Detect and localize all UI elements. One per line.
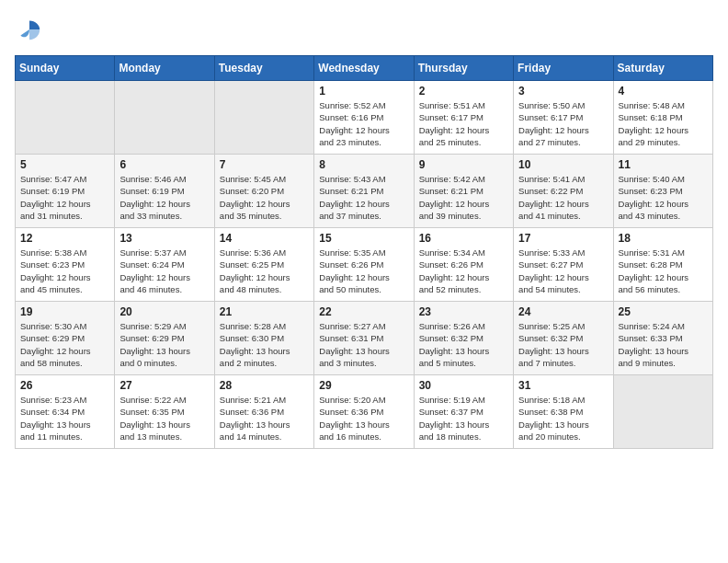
calendar-cell: 23Sunrise: 5:26 AM Sunset: 6:32 PM Dayli… [414, 302, 513, 375]
day-number: 13 [119, 232, 209, 245]
calendar-cell: 4Sunrise: 5:48 AM Sunset: 6:18 PM Daylig… [613, 81, 712, 155]
calendar-cell: 18Sunrise: 5:31 AM Sunset: 6:28 PM Dayli… [613, 228, 712, 302]
calendar-cell: 9Sunrise: 5:42 AM Sunset: 6:21 PM Daylig… [414, 155, 513, 228]
day-number: 18 [619, 232, 708, 245]
calendar-cell: 1Sunrise: 5:52 AM Sunset: 6:16 PM Daylig… [314, 81, 414, 155]
day-number: 23 [419, 305, 508, 318]
calendar-cell [214, 81, 313, 155]
calendar-cell: 15Sunrise: 5:35 AM Sunset: 6:26 PM Dayli… [314, 228, 414, 302]
day-info: Sunrise: 5:52 AM Sunset: 6:16 PM Dayligh… [319, 99, 408, 148]
calendar-cell [16, 81, 115, 155]
day-info: Sunrise: 5:48 AM Sunset: 6:18 PM Dayligh… [619, 99, 708, 148]
logo [15, 15, 48, 44]
day-info: Sunrise: 5:21 AM Sunset: 6:36 PM Dayligh… [220, 394, 309, 442]
day-info: Sunrise: 5:43 AM Sunset: 6:21 PM Dayligh… [319, 173, 408, 222]
calendar-cell: 11Sunrise: 5:40 AM Sunset: 6:23 PM Dayli… [613, 155, 712, 228]
day-number: 16 [419, 232, 508, 245]
day-info: Sunrise: 5:22 AM Sunset: 6:35 PM Dayligh… [119, 394, 209, 442]
calendar-cell: 21Sunrise: 5:28 AM Sunset: 6:30 PM Dayli… [214, 302, 313, 375]
calendar-cell: 16Sunrise: 5:34 AM Sunset: 6:26 PM Dayli… [414, 228, 513, 302]
day-number: 29 [319, 379, 408, 392]
day-info: Sunrise: 5:33 AM Sunset: 6:27 PM Dayligh… [518, 247, 608, 295]
day-number: 26 [20, 379, 109, 392]
day-info: Sunrise: 5:27 AM Sunset: 6:31 PM Dayligh… [319, 320, 408, 369]
day-number: 4 [619, 85, 708, 98]
day-number: 7 [220, 158, 309, 171]
day-info: Sunrise: 5:18 AM Sunset: 6:38 PM Dayligh… [518, 394, 608, 442]
day-info: Sunrise: 5:31 AM Sunset: 6:28 PM Dayligh… [619, 247, 708, 295]
day-info: Sunrise: 5:46 AM Sunset: 6:19 PM Dayligh… [119, 173, 209, 222]
day-info: Sunrise: 5:50 AM Sunset: 6:17 PM Dayligh… [518, 99, 608, 148]
day-info: Sunrise: 5:36 AM Sunset: 6:25 PM Dayligh… [220, 247, 309, 295]
weekday-header-sunday: Sunday [16, 56, 115, 81]
day-info: Sunrise: 5:20 AM Sunset: 6:36 PM Dayligh… [319, 394, 408, 442]
day-info: Sunrise: 5:23 AM Sunset: 6:34 PM Dayligh… [20, 394, 109, 442]
day-info: Sunrise: 5:40 AM Sunset: 6:23 PM Dayligh… [619, 173, 708, 222]
weekday-header-saturday: Saturday [613, 56, 712, 81]
day-number: 28 [220, 379, 309, 392]
day-number: 25 [619, 305, 708, 318]
day-number: 21 [220, 305, 309, 318]
calendar-week-row: 1Sunrise: 5:52 AM Sunset: 6:16 PM Daylig… [16, 81, 713, 155]
weekday-header-friday: Friday [514, 56, 613, 81]
calendar-cell: 24Sunrise: 5:25 AM Sunset: 6:32 PM Dayli… [514, 302, 613, 375]
day-number: 17 [518, 232, 608, 245]
calendar-cell: 28Sunrise: 5:21 AM Sunset: 6:36 PM Dayli… [214, 375, 313, 449]
calendar-cell: 20Sunrise: 5:29 AM Sunset: 6:29 PM Dayli… [115, 302, 214, 375]
calendar-cell: 5Sunrise: 5:47 AM Sunset: 6:19 PM Daylig… [16, 155, 115, 228]
day-number: 22 [319, 305, 408, 318]
calendar-cell: 13Sunrise: 5:37 AM Sunset: 6:24 PM Dayli… [115, 228, 214, 302]
weekday-header-wednesday: Wednesday [314, 56, 414, 81]
calendar-cell: 6Sunrise: 5:46 AM Sunset: 6:19 PM Daylig… [115, 155, 214, 228]
calendar-cell: 12Sunrise: 5:38 AM Sunset: 6:23 PM Dayli… [16, 228, 115, 302]
day-info: Sunrise: 5:45 AM Sunset: 6:20 PM Dayligh… [220, 173, 309, 222]
calendar-cell: 26Sunrise: 5:23 AM Sunset: 6:34 PM Dayli… [16, 375, 115, 449]
day-info: Sunrise: 5:35 AM Sunset: 6:26 PM Dayligh… [319, 247, 408, 295]
header [15, 15, 713, 44]
calendar-cell: 8Sunrise: 5:43 AM Sunset: 6:21 PM Daylig… [314, 155, 414, 228]
day-info: Sunrise: 5:28 AM Sunset: 6:30 PM Dayligh… [220, 320, 309, 369]
day-number: 31 [518, 379, 608, 392]
day-number: 2 [419, 85, 508, 98]
day-number: 30 [419, 379, 508, 392]
calendar-week-row: 26Sunrise: 5:23 AM Sunset: 6:34 PM Dayli… [16, 375, 713, 449]
calendar-cell: 2Sunrise: 5:51 AM Sunset: 6:17 PM Daylig… [414, 81, 513, 155]
weekday-header-row: SundayMondayTuesdayWednesdayThursdayFrid… [16, 56, 713, 81]
day-number: 11 [619, 158, 708, 171]
day-info: Sunrise: 5:41 AM Sunset: 6:22 PM Dayligh… [518, 173, 608, 222]
day-number: 12 [20, 232, 109, 245]
logo-icon [15, 15, 44, 44]
calendar-cell: 7Sunrise: 5:45 AM Sunset: 6:20 PM Daylig… [214, 155, 313, 228]
calendar-cell: 14Sunrise: 5:36 AM Sunset: 6:25 PM Dayli… [214, 228, 313, 302]
calendar-cell [115, 81, 214, 155]
day-info: Sunrise: 5:24 AM Sunset: 6:33 PM Dayligh… [619, 320, 708, 369]
weekday-header-monday: Monday [115, 56, 214, 81]
day-info: Sunrise: 5:29 AM Sunset: 6:29 PM Dayligh… [119, 320, 209, 369]
day-info: Sunrise: 5:19 AM Sunset: 6:37 PM Dayligh… [419, 394, 508, 442]
calendar-cell: 27Sunrise: 5:22 AM Sunset: 6:35 PM Dayli… [115, 375, 214, 449]
day-info: Sunrise: 5:38 AM Sunset: 6:23 PM Dayligh… [20, 247, 109, 295]
day-number: 20 [119, 305, 209, 318]
calendar-cell: 17Sunrise: 5:33 AM Sunset: 6:27 PM Dayli… [514, 228, 613, 302]
calendar-week-row: 12Sunrise: 5:38 AM Sunset: 6:23 PM Dayli… [16, 228, 713, 302]
day-number: 1 [319, 85, 408, 98]
calendar-cell: 10Sunrise: 5:41 AM Sunset: 6:22 PM Dayli… [514, 155, 613, 228]
day-number: 27 [119, 379, 209, 392]
day-number: 19 [20, 305, 109, 318]
calendar-week-row: 19Sunrise: 5:30 AM Sunset: 6:29 PM Dayli… [16, 302, 713, 375]
calendar-cell [613, 375, 712, 449]
calendar-cell: 3Sunrise: 5:50 AM Sunset: 6:17 PM Daylig… [514, 81, 613, 155]
day-number: 15 [319, 232, 408, 245]
day-info: Sunrise: 5:37 AM Sunset: 6:24 PM Dayligh… [119, 247, 209, 295]
calendar-cell: 29Sunrise: 5:20 AM Sunset: 6:36 PM Dayli… [314, 375, 414, 449]
day-number: 9 [419, 158, 508, 171]
day-number: 10 [518, 158, 608, 171]
calendar-cell: 30Sunrise: 5:19 AM Sunset: 6:37 PM Dayli… [414, 375, 513, 449]
day-info: Sunrise: 5:42 AM Sunset: 6:21 PM Dayligh… [419, 173, 508, 222]
day-number: 14 [220, 232, 309, 245]
calendar-cell: 25Sunrise: 5:24 AM Sunset: 6:33 PM Dayli… [613, 302, 712, 375]
day-info: Sunrise: 5:34 AM Sunset: 6:26 PM Dayligh… [419, 247, 508, 295]
day-info: Sunrise: 5:47 AM Sunset: 6:19 PM Dayligh… [20, 173, 109, 222]
day-info: Sunrise: 5:51 AM Sunset: 6:17 PM Dayligh… [419, 99, 508, 148]
day-number: 3 [518, 85, 608, 98]
